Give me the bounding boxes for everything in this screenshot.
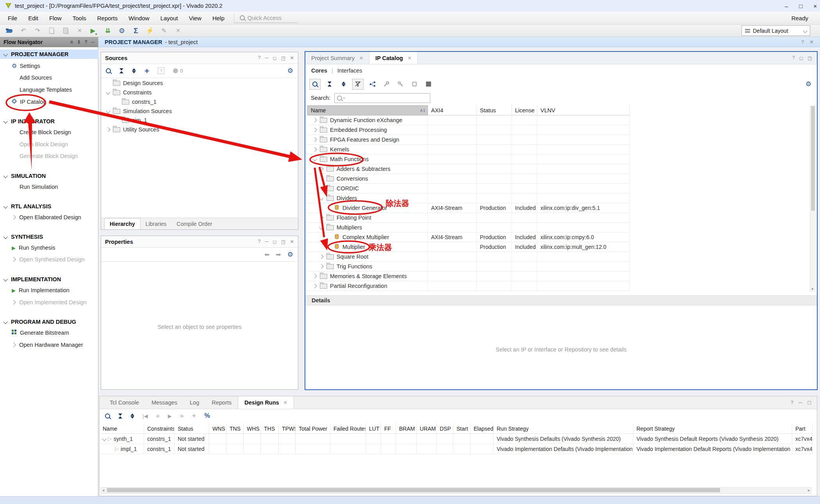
- filter-toggle-icon[interactable]: [352, 79, 364, 90]
- tree-item-constraints[interactable]: Constraints: [107, 88, 152, 97]
- help-icon[interactable]: ?: [801, 39, 804, 45]
- menu-tools[interactable]: Tools: [67, 15, 92, 21]
- float-icon[interactable]: ◳: [808, 55, 812, 64]
- scrollbar-thumb[interactable]: [811, 106, 815, 211]
- close-icon[interactable]: ✕: [283, 400, 287, 405]
- vertical-scrollbar[interactable]: ▾: [810, 105, 816, 292]
- help-icon[interactable]: ?: [258, 55, 261, 61]
- table-row-multiplier[interactable]: Multiplier Production Included xilinx.co…: [307, 242, 630, 252]
- close-icon[interactable]: ✕: [290, 239, 294, 245]
- menu-view[interactable]: View: [184, 15, 207, 21]
- gear-icon[interactable]: ⚙: [287, 67, 293, 75]
- sidebar-item-run-implementation[interactable]: ▶ Run Implementation: [0, 286, 98, 295]
- expand-all-icon[interactable]: [338, 79, 349, 89]
- sidebar-item-add-sources[interactable]: Add Sources: [0, 73, 118, 82]
- maximize-icon[interactable]: ◻: [799, 55, 803, 64]
- collapse-all-icon[interactable]: [119, 68, 123, 73]
- search-icon[interactable]: [105, 413, 110, 419]
- table-row[interactable]: CORDIC: [307, 184, 630, 193]
- sidebar-item-run-synthesis[interactable]: ▶ Run Synthesis: [0, 243, 98, 252]
- percent-icon[interactable]: %: [204, 412, 210, 419]
- column-license[interactable]: License: [512, 105, 537, 115]
- sidebar-section-synthesis[interactable]: SYNTHESIS: [0, 232, 98, 241]
- copy-icon[interactable]: [45, 26, 58, 36]
- help-icon[interactable]: ?: [792, 55, 795, 64]
- tab-compile-order[interactable]: Compile Order: [171, 218, 217, 229]
- sidebar-item-language-templates[interactable]: Language Templates: [0, 85, 118, 94]
- maximize-icon[interactable]: ◻: [273, 239, 276, 245]
- tree-item-design-sources[interactable]: Design Sources: [113, 78, 163, 88]
- help-icon[interactable]: ?: [258, 239, 261, 245]
- add-run-icon[interactable]: +: [192, 412, 196, 420]
- sidebar-section-project-manager[interactable]: PROJECT MANAGER: [0, 50, 98, 59]
- minimize-icon[interactable]: ─: [799, 399, 802, 405]
- close-button[interactable]: ×: [813, 3, 817, 9]
- tab-log[interactable]: Log: [184, 396, 205, 409]
- close-icon[interactable]: ✕: [359, 55, 363, 61]
- tab-libraries[interactable]: Libraries: [141, 218, 172, 229]
- expand-all-icon[interactable]: [132, 68, 136, 73]
- table-row-divider-generator[interactable]: Divider Generator AXI4-Stream Production…: [307, 203, 630, 213]
- minimize-panel-icon[interactable]: ─: [91, 39, 94, 45]
- menu-reports[interactable]: Reports: [92, 15, 123, 21]
- table-row[interactable]: Adders & Subtracters: [307, 164, 630, 174]
- close-icon[interactable]: ✕: [809, 39, 814, 45]
- column-name[interactable]: Name: [101, 424, 144, 434]
- chevron-down-icon[interactable]: [106, 90, 110, 94]
- help-icon[interactable]: ?: [791, 399, 793, 405]
- delete-icon[interactable]: ×: [73, 26, 86, 36]
- search-icon[interactable]: [309, 79, 321, 90]
- float-icon[interactable]: ◳: [281, 55, 286, 61]
- column-status[interactable]: Status: [477, 105, 512, 115]
- tab-reports[interactable]: Reports: [205, 396, 238, 409]
- undo-icon[interactable]: ↶: [17, 26, 30, 36]
- sources-panel-header[interactable]: Sources ?─◻◳✕: [101, 52, 298, 64]
- sum-reports-icon[interactable]: Σ: [130, 26, 142, 36]
- maximize-icon[interactable]: ◻: [273, 55, 276, 61]
- maximize-icon[interactable]: ◻: [807, 399, 811, 405]
- table-row-math-functions[interactable]: Math Functions: [307, 154, 630, 164]
- redo-icon[interactable]: ↷: [31, 26, 44, 36]
- table-row[interactable]: Square Root: [307, 252, 630, 262]
- table-row[interactable]: Floating Point: [307, 213, 630, 223]
- float-icon[interactable]: ◳: [281, 239, 286, 245]
- close-icon[interactable]: ✕: [408, 55, 412, 61]
- scroll-right-icon[interactable]: ▸: [808, 488, 810, 493]
- minimize-button[interactable]: –: [785, 3, 788, 9]
- collapse-all-icon[interactable]: ≡: [70, 39, 73, 45]
- table-row[interactable]: Kernels: [307, 145, 630, 154]
- sidebar-section-rtl-analysis[interactable]: RTL ANALYSIS: [0, 202, 98, 211]
- hierarchy-view-icon[interactable]: [367, 79, 378, 89]
- tree-item-sim1[interactable]: sim_1: [122, 115, 147, 125]
- sidebar-item-settings[interactable]: ⚙ Settings: [0, 61, 98, 71]
- chevron-right-icon[interactable]: [106, 127, 110, 131]
- sidebar-section-implementation[interactable]: IMPLEMENTATION: [0, 275, 98, 284]
- table-row-complex-multiplier[interactable]: Complex Multiplier AXI4-Stream Productio…: [307, 232, 630, 242]
- minimize-icon[interactable]: ─: [265, 55, 268, 61]
- sidebar-item-generate-bitstream[interactable]: Generate Bitstream: [0, 328, 98, 337]
- settings-gear-icon[interactable]: ⚙: [116, 26, 128, 36]
- sidebar-item-run-simulation[interactable]: Run Simulation: [0, 182, 118, 192]
- expand-icon[interactable]: ⇕: [77, 39, 81, 45]
- table-row[interactable]: Conversions: [307, 174, 630, 184]
- tree-item-simulation-sources[interactable]: Simulation Sources: [107, 106, 172, 116]
- step-icon[interactable]: ⇊: [102, 26, 114, 36]
- table-row-impl1[interactable]: ▷impl_1 constrs_1 Not started Vivado Imp…: [101, 444, 813, 454]
- menu-help[interactable]: Help: [207, 15, 230, 21]
- horizontal-scrollbar[interactable]: ◂ ▸: [101, 487, 811, 494]
- scroll-left-icon[interactable]: ◂: [102, 488, 104, 493]
- maximize-button[interactable]: □: [799, 3, 802, 9]
- menu-edit[interactable]: Edit: [23, 15, 44, 21]
- column-vlnv[interactable]: VLNV: [537, 105, 630, 115]
- tab-ip-catalog[interactable]: IP Catalog✕: [369, 52, 418, 64]
- view-interfaces[interactable]: Interfaces: [337, 67, 362, 74]
- sidebar-section-simulation[interactable]: SIMULATION: [0, 171, 98, 181]
- layout-selector[interactable]: Default Layout: [742, 25, 810, 36]
- help-icon[interactable]: ?: [85, 39, 87, 45]
- table-row[interactable]: Dynamic Function eXchange: [307, 115, 630, 125]
- sidebar-item-open-hardware-manager[interactable]: Open Hardware Manager: [0, 340, 98, 350]
- menu-layout[interactable]: Layout: [155, 15, 184, 21]
- sidebar-item-open-elaborated-design[interactable]: Open Elaborated Design: [0, 213, 98, 222]
- table-row[interactable]: FPGA Features and Design: [307, 135, 630, 145]
- table-row[interactable]: Partial Reconfiguration: [307, 281, 630, 291]
